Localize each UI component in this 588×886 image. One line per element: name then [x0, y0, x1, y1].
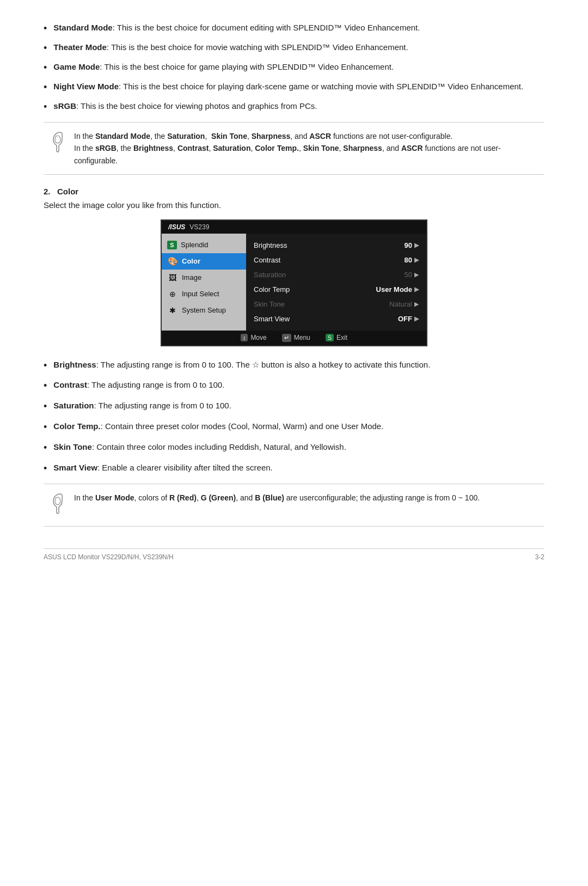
osd-menu-color[interactable]: 🎨 Color — [162, 253, 246, 270]
smart-view-bold: Smart View — [53, 463, 97, 472]
osd-content-pane: Brightness 90 ▶ Contrast 80 ▶ Saturation… — [246, 234, 426, 331]
saturation-label: Saturation — [254, 271, 286, 279]
osd-titlebar: /ISUS VS239 — [162, 221, 426, 234]
splendid-icon: S — [167, 241, 177, 249]
footer-left: ASUS LCD Monitor VS229D/N/H, VS239N/H — [44, 553, 174, 561]
list-item: sRGB: This is the best choice for viewin… — [44, 100, 544, 114]
osd-screenshot: /ISUS VS239 S Splendid 🎨 Color 🖼 Image — [161, 219, 427, 346]
osd-footer-menu: ↵ Menu — [282, 334, 310, 342]
osd-menu-label-image: Image — [182, 273, 201, 282]
note-box-1: In the Standard Mode, the Saturation, Sk… — [44, 122, 544, 175]
osd-row-contrast: Contrast 80 ▶ — [254, 253, 419, 267]
note-text-2: In the User Mode, colors of R (Red), G (… — [74, 492, 480, 504]
note-icon-2 — [49, 493, 66, 518]
brightness-bold: Brightness — [53, 360, 96, 369]
list-item: Game Mode: This is the best choice for g… — [44, 61, 544, 75]
list-item: Theater Mode: This is the best choice fo… — [44, 41, 544, 56]
color-temp-value: User Mode ▶ — [376, 285, 419, 294]
list-item-smart-view: Smart View: Enable a clearer visibility … — [44, 461, 544, 476]
color-temp-label: Color Temp — [254, 285, 290, 294]
contrast-bold: Contrast — [53, 380, 87, 389]
osd-body: S Splendid 🎨 Color 🖼 Image ⊕ Input Selec… — [162, 234, 426, 331]
bullet-bold: sRGB — [53, 101, 76, 111]
osd-menu-label-system-setup: System Setup — [182, 306, 226, 314]
osd-row-skin-tone: Skin Tone Natural ▶ — [254, 297, 419, 311]
bottom-bullet-list: Brightness: The adjusting range is from … — [44, 358, 544, 476]
exit-icon: S — [326, 334, 334, 341]
osd-model: VS239 — [189, 223, 209, 231]
osd-menu-label-input-select: Input Select — [182, 290, 219, 298]
osd-row-brightness: Brightness 90 ▶ — [254, 238, 419, 253]
list-item-brightness: Brightness: The adjusting range is from … — [44, 358, 544, 374]
saturation-bold: Saturation — [53, 401, 94, 410]
section-2-bold: 2. Color — [44, 187, 78, 196]
footer-right: 3-2 — [535, 553, 544, 561]
menu-label: Menu — [294, 334, 310, 341]
osd-footer: ↕ Move ↵ Menu S Exit — [162, 331, 426, 345]
exit-label: Exit — [336, 334, 347, 341]
list-item-saturation: Saturation: The adjusting range is from … — [44, 399, 544, 414]
osd-menu-system-setup[interactable]: ✱ System Setup — [162, 302, 246, 319]
brightness-label: Brightness — [254, 241, 287, 249]
section-intro: Select the image color you like from thi… — [44, 199, 544, 212]
list-item: Night View Mode: This is the best choice… — [44, 81, 544, 95]
osd-logo: /ISUS — [168, 223, 185, 231]
saturation-value: 50 ▶ — [405, 271, 419, 279]
skin-tone-label: Skin Tone — [254, 300, 285, 308]
bullet-bold: Standard Mode — [53, 23, 112, 32]
bullet-bold: Game Mode — [53, 62, 100, 71]
svg-point-0 — [55, 136, 60, 143]
list-item: Standard Mode: This is the best choice f… — [44, 22, 544, 36]
note-icon-1 — [49, 131, 66, 157]
note-text-1: In the Standard Mode, the Saturation, Sk… — [74, 130, 539, 167]
color-icon: 🎨 — [167, 257, 178, 266]
contrast-label: Contrast — [254, 256, 280, 264]
osd-menu-input-select[interactable]: ⊕ Input Select — [162, 286, 246, 302]
contrast-value: 80 ▶ — [405, 256, 419, 264]
osd-row-color-temp: Color Temp User Mode ▶ — [254, 282, 419, 297]
list-item-contrast: Contrast: The adjusting range is from 0 … — [44, 378, 544, 394]
top-bullet-list: Standard Mode: This is the best choice f… — [44, 22, 544, 114]
menu-icon: ↵ — [282, 334, 291, 342]
list-item-color-temp: Color Temp.: Contain three preset color … — [44, 420, 544, 435]
page-footer: ASUS LCD Monitor VS229D/N/H, VS239N/H 3-… — [44, 548, 544, 561]
osd-footer-move: ↕ Move — [241, 334, 267, 341]
image-icon: 🖼 — [167, 273, 178, 282]
osd-sidebar: S Splendid 🎨 Color 🖼 Image ⊕ Input Selec… — [162, 234, 246, 331]
system-setup-icon: ✱ — [167, 306, 178, 315]
move-label: Move — [250, 334, 266, 341]
color-temp-bold: Color Temp. — [53, 421, 100, 431]
content-area: Standard Mode: This is the best choice f… — [44, 22, 544, 561]
osd-row-saturation: Saturation 50 ▶ — [254, 267, 419, 282]
bullet-bold: Theater Mode — [53, 42, 107, 52]
list-item-skin-tone: Skin Tone: Contain three color modes inc… — [44, 441, 544, 456]
smart-view-value: OFF ▶ — [398, 315, 419, 323]
osd-menu-image[interactable]: 🖼 Image — [162, 270, 246, 286]
osd-row-smart-view: Smart View OFF ▶ — [254, 311, 419, 326]
move-icon: ↕ — [241, 334, 248, 341]
skin-tone-bold: Skin Tone — [53, 442, 92, 451]
bullet-bold: Night View Mode — [53, 82, 119, 91]
smart-view-label: Smart View — [254, 315, 290, 323]
input-select-icon: ⊕ — [167, 290, 178, 298]
note-box-2: In the User Mode, colors of R (Red), G (… — [44, 484, 544, 527]
osd-menu-label-splendid: Splendid — [181, 241, 209, 249]
brightness-value: 90 ▶ — [405, 241, 419, 249]
skin-tone-value: Natural ▶ — [389, 300, 419, 308]
osd-menu-splendid[interactable]: S Splendid — [162, 237, 246, 253]
svg-point-1 — [55, 497, 60, 505]
osd-footer-exit: S Exit — [326, 334, 347, 341]
osd-menu-label-color: Color — [182, 257, 200, 265]
